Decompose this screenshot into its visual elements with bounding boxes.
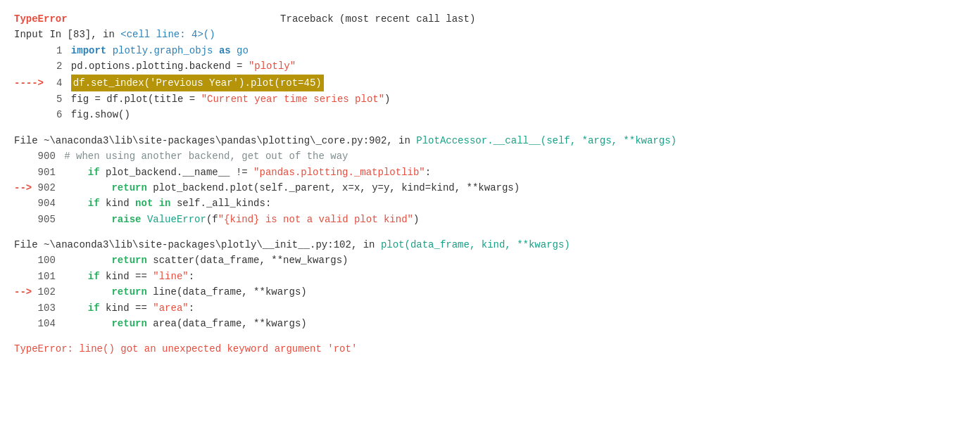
spacer-2 — [14, 227, 966, 237]
code-line-4-highlighted: ----> 4 df.set_index('Previous Year').pl… — [14, 75, 966, 91]
file1-line-902: --> 902 return plot_backend.plot(self._p… — [14, 180, 966, 196]
file2-path-line: File ~\anaconda3\lib\site-packages\plotl… — [14, 237, 966, 253]
traceback-header: Traceback (most recent call last) — [68, 11, 476, 27]
file1-path-line: File ~\anaconda3\lib\site-packages\panda… — [14, 133, 966, 148]
header-line: TypeError Traceback (most recent call la… — [14, 11, 966, 27]
file1-line-901: 901 if plot_backend.__name__ != "pandas.… — [14, 165, 966, 180]
file1-line-905: 905 raise ValueError (f "{kind} is not a… — [14, 212, 966, 227]
input-label: Input In [83], in — [14, 27, 120, 42]
file1-line-900: 900 # when using another backend, get ou… — [14, 148, 966, 164]
spacer-1 — [14, 123, 966, 133]
cell-link[interactable]: <cell line: 4>() — [120, 27, 215, 42]
traceback-container: TypeError Traceback (most recent call la… — [14, 11, 966, 357]
spacer-3 — [14, 331, 966, 341]
file2-line-101: 101 if kind == "line" : — [14, 269, 966, 284]
code-line-6: 6 fig.show() — [14, 107, 966, 122]
file1-line-904: 904 if kind not in self._all_kinds: — [14, 196, 966, 211]
file2-line-103: 103 if kind == "area" : — [14, 300, 966, 316]
code-line-2: 2 pd.options.plotting.backend = "plotly" — [14, 58, 966, 74]
final-error-text: TypeError: line() got an unexpected keyw… — [14, 341, 357, 357]
code-line-1: 1 import plotly.graph_objs as go — [14, 43, 966, 58]
file2-line-102: --> 102 return line(data_frame, **kwargs… — [14, 284, 966, 300]
code-line-5: 5 fig = df.plot(title = "Current year ti… — [14, 91, 966, 107]
error-type-label: TypeError — [14, 11, 68, 27]
file2-line-104: 104 return area(data_frame, **kwargs) — [14, 316, 966, 331]
file2-line-100: 100 return scatter(data_frame, **new_kwa… — [14, 253, 966, 268]
final-error-line: TypeError: line() got an unexpected keyw… — [14, 341, 966, 357]
input-line: Input In [83], in <cell line: 4>() — [14, 27, 966, 42]
